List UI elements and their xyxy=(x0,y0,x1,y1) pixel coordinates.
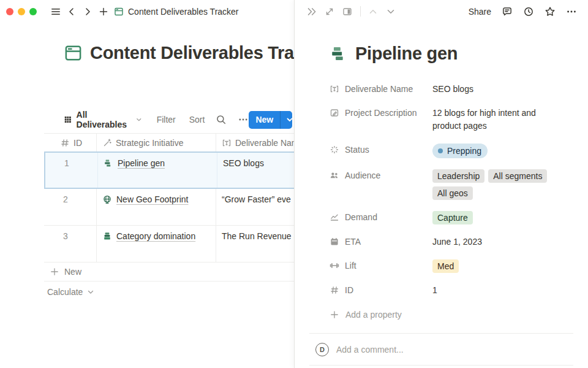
property-value-status[interactable]: Prepping xyxy=(432,144,558,158)
new-tab-icon[interactable] xyxy=(96,4,111,20)
chevron-down-icon xyxy=(86,287,96,297)
cell-id[interactable]: 2 xyxy=(44,189,97,225)
status-spinner-icon xyxy=(330,145,339,155)
cell-deliverable[interactable]: “Grow Faster” eve xyxy=(216,189,294,225)
minimize-window-button[interactable] xyxy=(18,8,25,15)
status-pill[interactable]: Prepping xyxy=(432,144,488,158)
cell-initiative[interactable]: Pipeline gen xyxy=(98,153,217,188)
hash-icon xyxy=(330,285,339,295)
comment-input[interactable]: Add a comment... xyxy=(336,345,404,355)
sort-button[interactable]: Sort xyxy=(189,115,205,125)
record-header: Pipeline gen xyxy=(330,44,458,64)
tag-pill[interactable]: Capture xyxy=(432,211,473,224)
property-label-demand[interactable]: Demand xyxy=(330,211,432,223)
property-value[interactable]: June 1, 2023 xyxy=(432,236,558,248)
property-row: Status Prepping xyxy=(330,138,577,164)
property-row: ETA June 1, 2023 xyxy=(330,230,577,254)
property-label-deliverable-name[interactable]: Deliverable Name xyxy=(330,83,432,95)
sidebar-menu-icon[interactable] xyxy=(48,4,64,20)
side-peek-toggle-icon[interactable] xyxy=(340,4,355,19)
more-options-icon[interactable] xyxy=(566,6,577,17)
search-icon[interactable] xyxy=(216,114,227,125)
avatar: D xyxy=(315,343,329,356)
tag-pill[interactable]: Med xyxy=(432,259,459,273)
property-list: Deliverable Name SEO blogs Project Descr… xyxy=(330,77,577,326)
window-toolbar: Content Deliverables Tracker xyxy=(0,0,294,23)
cell-id[interactable]: 1 xyxy=(45,153,98,188)
property-value-lift[interactable]: Med xyxy=(432,259,558,273)
property-label-status[interactable]: Status xyxy=(330,144,432,156)
book-stack-icon xyxy=(102,231,112,241)
traffic-lights xyxy=(6,8,37,15)
dumbbell-icon xyxy=(330,261,339,270)
column-header-id[interactable]: ID xyxy=(44,134,97,151)
next-record-icon[interactable] xyxy=(383,4,398,19)
property-value[interactable]: 1 xyxy=(432,284,558,297)
property-label-project-description[interactable]: Project Description xyxy=(330,107,432,119)
hash-icon xyxy=(60,138,70,148)
tag-pill[interactable]: All segments xyxy=(488,169,547,183)
property-value-audience[interactable]: Leadership All segments All geos xyxy=(432,169,558,200)
people-icon xyxy=(330,171,339,180)
add-property-button[interactable]: Add a property xyxy=(330,304,577,326)
table-view-icon xyxy=(64,115,72,125)
close-window-button[interactable] xyxy=(6,8,13,15)
page-title[interactable]: Content Deliverables Tracker xyxy=(90,43,294,63)
panel-toolbar: Share xyxy=(295,0,588,23)
property-label-eta[interactable]: ETA xyxy=(330,236,432,248)
view-tab-all-deliverables[interactable]: All Deliverables xyxy=(64,110,143,129)
tag-pill[interactable]: All geos xyxy=(432,186,473,200)
breadcrumb[interactable]: Content Deliverables Tracker xyxy=(114,7,239,17)
add-row-button[interactable]: New xyxy=(44,263,294,282)
cell-initiative[interactable]: Category domination xyxy=(97,226,216,262)
property-value[interactable]: SEO blogs xyxy=(432,83,558,96)
forward-icon[interactable] xyxy=(80,4,96,20)
page-table-icon-large[interactable] xyxy=(64,44,83,63)
record-title[interactable]: Pipeline gen xyxy=(355,44,458,64)
tag-pill[interactable]: Leadership xyxy=(432,169,484,183)
table-row[interactable]: 2 New Geo Footprint “Grow Faster” eve xyxy=(44,189,294,226)
zoom-window-button[interactable] xyxy=(29,8,37,15)
property-label-audience[interactable]: Audience xyxy=(330,169,432,182)
deliverables-table: ID Strategic Initiative Deliverable Name… xyxy=(44,133,294,302)
property-value-demand[interactable]: Capture xyxy=(432,211,558,224)
close-peek-icon[interactable] xyxy=(304,4,319,19)
property-row: Deliverable Name SEO blogs xyxy=(330,77,577,101)
status-dot xyxy=(438,148,443,153)
filter-button[interactable]: Filter xyxy=(157,115,176,125)
property-row: Demand Capture xyxy=(330,205,577,230)
plus-icon xyxy=(50,267,59,277)
new-button[interactable]: New xyxy=(249,111,280,129)
back-icon[interactable] xyxy=(64,4,80,20)
property-value[interactable]: 12 blogs for high intent and product pag… xyxy=(432,107,558,132)
page-header: Content Deliverables Tracker xyxy=(64,43,294,63)
column-header-deliverable[interactable]: Deliverable Name xyxy=(216,134,294,151)
more-options-icon[interactable] xyxy=(238,114,249,125)
cell-initiative[interactable]: New Geo Footprint xyxy=(97,189,216,225)
new-button-dropdown[interactable] xyxy=(280,111,292,129)
pipeline-bars-icon xyxy=(104,158,113,168)
comments-icon[interactable] xyxy=(502,6,513,17)
globe-icon xyxy=(102,194,112,204)
comment-section: D Add a comment... xyxy=(309,333,573,366)
table-row[interactable]: 3 Category domination The Run Revenue S xyxy=(44,226,294,263)
cell-deliverable[interactable]: The Run Revenue S xyxy=(216,226,294,262)
chart-icon xyxy=(330,212,339,222)
property-label-id[interactable]: ID xyxy=(330,284,432,296)
updates-clock-icon[interactable] xyxy=(523,6,534,17)
table-row[interactable]: 1 Pipeline gen SEO blogs xyxy=(44,151,294,189)
column-header-initiative[interactable]: Strategic Initiative xyxy=(97,134,216,151)
main-content: Content Deliverables Tracker Content Del… xyxy=(0,0,294,368)
cell-id[interactable]: 3 xyxy=(44,226,97,262)
calculate-button[interactable]: Calculate xyxy=(44,282,294,302)
cell-deliverable[interactable]: SEO blogs xyxy=(217,153,294,188)
pipeline-bars-icon-large[interactable] xyxy=(330,44,349,63)
expand-page-icon[interactable] xyxy=(322,4,337,19)
favorite-star-icon[interactable] xyxy=(545,6,556,17)
previous-record-icon[interactable] xyxy=(366,4,380,19)
share-button[interactable]: Share xyxy=(469,7,491,17)
property-label-lift[interactable]: Lift xyxy=(330,259,432,272)
view-controls: All Deliverables Filter Sort New xyxy=(64,110,292,129)
table-header-row: ID Strategic Initiative Deliverable Name xyxy=(44,133,294,152)
side-peek-panel: Share Pipeline gen xyxy=(294,0,588,368)
